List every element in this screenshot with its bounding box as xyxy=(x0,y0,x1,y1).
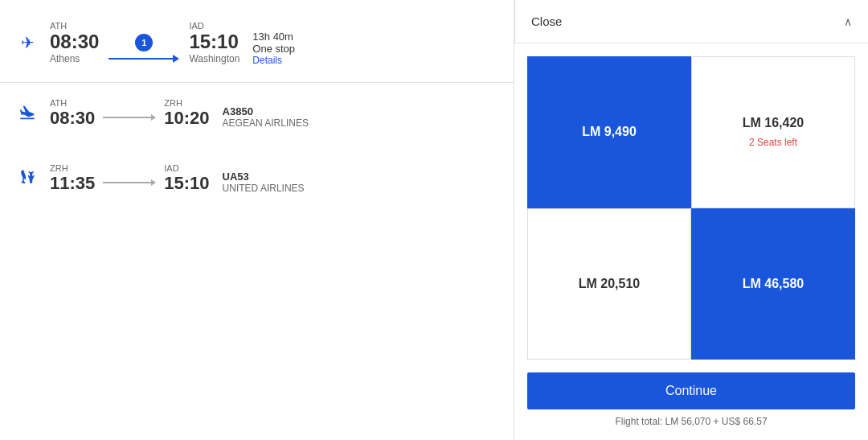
line-decoration xyxy=(108,58,173,60)
seg1-flight-code: A3850 xyxy=(223,105,309,117)
stop-badge: 1 xyxy=(135,34,153,51)
seg1-dep-block: ATH 08:30 xyxy=(50,98,95,127)
departure-block: ATH 08:30 Athens xyxy=(50,21,99,64)
seg2-arr-time: 15:10 xyxy=(164,175,209,192)
flight-summary-row: ✈ ATH 08:30 Athens 1 IAD 15:10 xyxy=(0,0,514,83)
fare-card-1[interactable]: LM 9,490 xyxy=(527,56,691,208)
departure-time: 08:30 xyxy=(50,32,99,51)
seg2-flight-code: UA53 xyxy=(223,171,305,183)
seg1-dep-code: ATH xyxy=(50,98,95,108)
left-panel: ✈ ATH 08:30 Athens 1 IAD 15:10 xyxy=(0,0,514,440)
seg2-arr-block: IAD 15:10 xyxy=(164,163,209,192)
seg2-dep-block: ZRH 11:35 xyxy=(50,163,95,192)
close-bar[interactable]: Close ∧ xyxy=(514,0,868,43)
flight-total: Flight total: LM 56,070 + US$ 66.57 xyxy=(527,409,855,437)
continue-button[interactable]: Continue xyxy=(527,372,855,409)
flight-arrow-group: 1 xyxy=(108,23,179,63)
seg1-arr-block: ZRH 10:20 xyxy=(164,98,209,127)
seg1-line xyxy=(103,117,151,118)
duration-time: 13h 40m xyxy=(252,31,295,43)
flight-duration-block: 13h 40m One stop Details xyxy=(252,19,295,66)
arrival-time: 15:10 xyxy=(189,32,240,51)
fare-price-2: LM 16,420 xyxy=(743,116,804,130)
fare-card-4[interactable]: LM 46,580 xyxy=(691,208,855,360)
segment-plane-icon-2 xyxy=(13,169,42,187)
fare-price-4: LM 46,580 xyxy=(743,277,804,291)
departure-city: Athens xyxy=(50,53,99,64)
departure-code: ATH xyxy=(50,21,99,31)
main-container: ✈ ATH 08:30 Athens 1 IAD 15:10 xyxy=(0,0,868,440)
segment-row: ATH 08:30 ZRH 10:20 A3850 AEGEAN AIRLINE… xyxy=(13,96,497,129)
seg1-dep-time: 08:30 xyxy=(50,109,95,127)
arrival-block: IAD 15:10 Washington xyxy=(189,21,240,64)
seg2-dep-time: 11:35 xyxy=(50,175,95,192)
fare-grid: LM 9,490 LM 16,420 2 Seats left LM 20,51… xyxy=(514,43,868,366)
segment-row-2: ZRH 11:35 IAD 15:10 UA53 UNITED AIRLINES xyxy=(13,161,497,194)
seg1-airline-name: AEGEAN AIRLINES xyxy=(223,117,309,129)
close-label: Close xyxy=(531,14,562,28)
arrival-city: Washington xyxy=(189,53,240,64)
segments-area: ATH 08:30 ZRH 10:20 A3850 AEGEAN AIRLINE… xyxy=(0,83,514,207)
seg1-airline-block: A3850 AEGEAN AIRLINES xyxy=(223,96,309,129)
fare-card-3[interactable]: LM 20,510 xyxy=(527,208,691,360)
seg2-dep-code: ZRH xyxy=(50,163,95,173)
arrival-code: IAD xyxy=(189,21,240,31)
arrow-head-decoration xyxy=(173,55,179,63)
seg1-arrow xyxy=(103,105,156,121)
details-link[interactable]: Details xyxy=(252,55,295,66)
flight-info: ATH 08:30 Athens 1 IAD 15:10 Washington xyxy=(50,19,295,66)
fare-price-1: LM 9,490 xyxy=(582,125,637,139)
seg2-arrow-head xyxy=(151,179,156,186)
fare-card-2[interactable]: LM 16,420 2 Seats left xyxy=(691,56,855,208)
seats-left-2: 2 Seats left xyxy=(749,137,797,148)
arrow-line xyxy=(108,55,179,63)
seg1-arrow-head xyxy=(151,114,156,121)
seg2-arrow xyxy=(103,170,156,186)
fare-price-3: LM 20,510 xyxy=(579,277,640,291)
seg1-arr-time: 10:20 xyxy=(164,109,209,127)
seg2-line xyxy=(103,182,151,183)
continue-section: Continue Flight total: LM 56,070 + US$ 6… xyxy=(514,366,868,440)
one-stop-label: One stop xyxy=(252,43,295,55)
right-panel: Close ∧ LM 9,490 LM 16,420 2 Seats left … xyxy=(514,0,868,440)
seg2-airline-block: UA53 UNITED AIRLINES xyxy=(223,161,305,194)
segment-2-times: ZRH 11:35 IAD 15:10 xyxy=(50,163,210,192)
seg2-airline-name: UNITED AIRLINES xyxy=(223,183,305,194)
segment-1-times: ATH 08:30 ZRH 10:20 xyxy=(50,98,210,127)
seg1-arr-code: ZRH xyxy=(164,98,209,108)
chevron-up-icon: ∧ xyxy=(844,15,852,28)
plane-icon: ✈ xyxy=(13,33,42,52)
segment-plane-icon-1 xyxy=(13,104,42,121)
seg2-arr-code: IAD xyxy=(164,163,209,173)
